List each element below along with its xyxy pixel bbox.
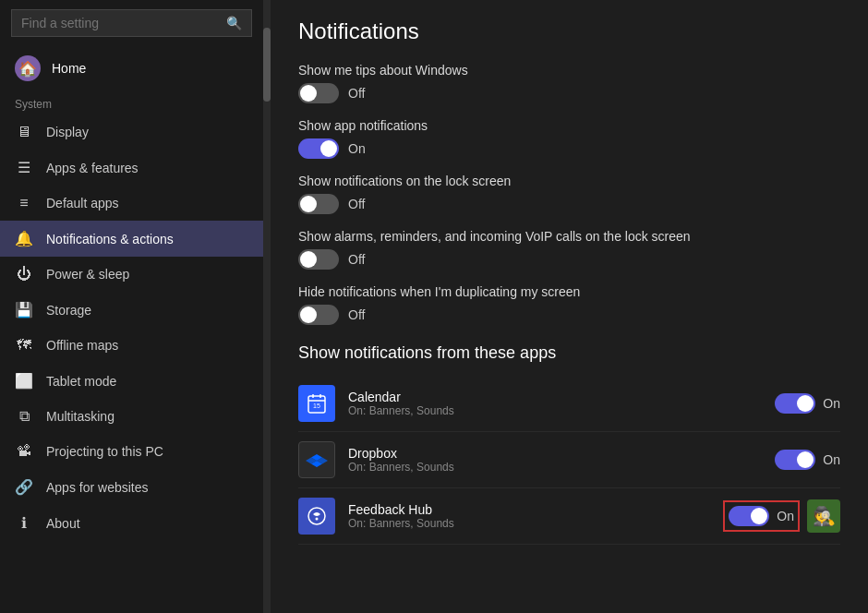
calendar-app-sub: On: Banners, Sounds [348,404,775,417]
storage-icon: 💾 [15,301,33,319]
system-section-label: System [0,90,263,114]
tablet-mode-icon: ⬜ [15,372,33,390]
setting-tips-label: Show me tips about Windows [298,63,840,78]
dropbox-app-icon [298,441,335,478]
setting-lock-screen-state: Off [348,197,365,211]
sidebar-item-apps-websites[interactable]: 🔗 Apps for websites [0,469,263,505]
home-icon: 🏠 [15,55,41,81]
sidebar-item-storage-label: Storage [46,303,91,318]
calendar-app-name: Calendar [348,390,775,404]
setting-duplicating-toggle-row: Off [298,305,840,325]
svg-point-6 [316,518,319,521]
feedback-app-icon [298,498,335,535]
setting-duplicating-label: Hide notifications when I'm duplicating … [298,284,840,299]
apps-section-title: Show notifications from these apps [298,343,840,363]
setting-lock-screen-toggle[interactable] [298,194,339,214]
sidebar-item-multitasking[interactable]: ⧉ Multitasking [0,399,263,434]
sidebar-item-apps-websites-label: Apps for websites [46,480,149,495]
setting-tips: Show me tips about Windows Off [298,63,840,103]
sidebar-item-about[interactable]: ℹ About [0,505,263,541]
multitasking-icon: ⧉ [15,408,33,425]
app-row-dropbox: Dropbox On: Banners, Sounds On [298,432,840,488]
setting-tips-state: Off [348,86,365,101]
power-sleep-icon: ⏻ [15,266,33,282]
sidebar-item-display-label: Display [46,125,89,139]
dropbox-toggle[interactable] [775,450,815,470]
feedback-state: On [777,509,794,523]
setting-tips-toggle[interactable] [298,83,339,103]
calendar-state: On [823,396,840,411]
sidebar-item-power-sleep[interactable]: ⏻ Power & sleep [0,257,263,292]
calendar-app-info: Calendar On: Banners, Sounds [348,390,775,417]
sidebar-item-apps-features[interactable]: ☰ Apps & features [0,150,263,186]
sidebar-item-notifications-label: Notifications & actions [46,232,174,246]
sidebar-item-default-apps[interactable]: ≡ Default apps [0,186,263,221]
setting-alarms-toggle-row: Off [298,249,840,270]
feedback-app-sub: On: Banners, Sounds [348,517,723,530]
setting-lock-screen-toggle-row: Off [298,194,840,214]
sidebar-item-notifications[interactable]: 🔔 Notifications & actions [0,221,263,257]
default-apps-icon: ≡ [15,195,33,211]
sidebar-item-tablet-mode-label: Tablet mode [46,374,116,389]
dropbox-app-sub: On: Banners, Sounds [348,461,775,474]
dropbox-toggle-area: On [775,450,840,470]
about-icon: ℹ [15,514,33,532]
feedback-app-info: Feedback Hub On: Banners, Sounds [348,502,723,530]
app-row-calendar: 15 Calendar On: Banners, Sounds On [298,376,840,432]
home-label: Home [52,61,86,76]
sidebar-item-projecting[interactable]: 📽 Projecting to this PC [0,434,263,469]
setting-alarms-toggle[interactable] [298,249,339,270]
apps-features-icon: ☰ [15,159,33,176]
sidebar-scrollbar-track[interactable] [263,0,271,613]
sidebar-item-projecting-label: Projecting to this PC [46,444,163,459]
setting-lock-screen: Show notifications on the lock screen Of… [298,174,840,214]
feedback-app-name: Feedback Hub [348,502,723,517]
sidebar-item-power-sleep-label: Power & sleep [46,267,129,282]
sidebar: 🔍 🏠 Home System 🖥 Display ☰ Apps & featu… [0,0,263,613]
setting-app-notifications-state: On [348,141,366,156]
projecting-icon: 📽 [15,443,33,460]
feedback-highlighted-box: On [723,500,800,532]
sidebar-item-offline-maps[interactable]: 🗺 Offline maps [0,328,263,363]
setting-duplicating-toggle[interactable] [298,305,339,325]
feedback-mascot: 🕵️ [807,499,840,533]
setting-duplicating-state: Off [348,307,365,322]
main-content: Notifications Show me tips about Windows… [271,0,868,613]
sidebar-item-apps-features-label: Apps & features [46,161,139,175]
setting-lock-screen-label: Show notifications on the lock screen [298,174,840,188]
page-title: Notifications [298,18,840,44]
offline-maps-icon: 🗺 [15,337,33,354]
dropbox-state: On [823,452,840,467]
sidebar-item-tablet-mode[interactable]: ⬜ Tablet mode [0,363,263,399]
svg-text:15: 15 [313,403,320,409]
sidebar-item-display[interactable]: 🖥 Display [0,114,263,150]
calendar-toggle[interactable] [775,393,815,414]
notifications-icon: 🔔 [15,230,33,247]
apps-websites-icon: 🔗 [15,478,33,496]
feedback-toggle[interactable] [729,506,769,526]
dropbox-app-info: Dropbox On: Banners, Sounds [348,446,775,474]
setting-alarms-state: Off [348,252,365,267]
sidebar-item-default-apps-label: Default apps [46,196,119,210]
setting-app-notifications-label: Show app notifications [298,118,840,133]
setting-alarms-label: Show alarms, reminders, and incoming VoI… [298,229,840,244]
sidebar-scrollbar-thumb[interactable] [263,28,271,102]
app-row-feedback: Feedback Hub On: Banners, Sounds On 🕵️ [298,488,840,545]
setting-alarms: Show alarms, reminders, and incoming VoI… [298,229,840,270]
setting-app-notifications-toggle[interactable] [298,138,339,159]
display-icon: 🖥 [15,124,33,140]
calendar-app-icon: 15 [298,385,335,422]
setting-duplicating: Hide notifications when I'm duplicating … [298,284,840,325]
sidebar-item-about-label: About [46,516,80,531]
sidebar-item-offline-maps-label: Offline maps [46,338,118,353]
search-input[interactable] [21,16,219,30]
sidebar-item-multitasking-label: Multitasking [46,409,115,424]
search-icon: 🔍 [226,16,242,30]
home-nav-item[interactable]: 🏠 Home [0,46,263,90]
dropbox-app-name: Dropbox [348,446,775,461]
sidebar-item-storage[interactable]: 💾 Storage [0,292,263,328]
calendar-toggle-area: On [775,393,840,414]
setting-app-notifications-toggle-row: On [298,138,840,159]
setting-tips-toggle-row: Off [298,83,840,103]
search-bar[interactable]: 🔍 [11,9,252,37]
